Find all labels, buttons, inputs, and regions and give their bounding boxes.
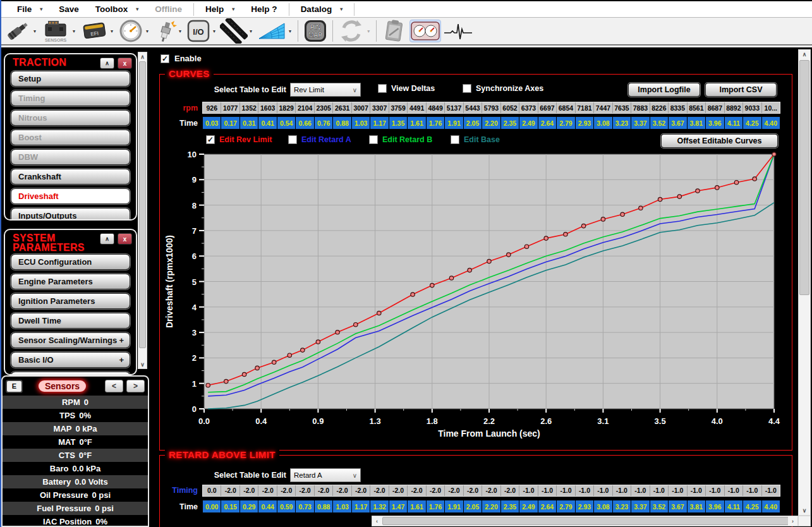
scroll-up-icon[interactable]: ∧	[799, 50, 810, 59]
time-cell[interactable]: 1.03	[352, 117, 370, 129]
rpm-cell[interactable]: -2.0	[464, 485, 482, 496]
time-cell[interactable]: 2.05	[464, 500, 482, 512]
sidebar-item-engine-parameters[interactable]: Engine Parameters	[11, 274, 130, 289]
rpm-cell[interactable]: -2.0	[277, 485, 296, 496]
rpm-cell[interactable]: -2.0	[221, 485, 239, 496]
time-cell[interactable]: 2.64	[538, 117, 557, 129]
time-cell[interactable]: 3.67	[669, 117, 687, 129]
collapse-icon[interactable]: ∧	[100, 233, 114, 245]
time-cell[interactable]: 1.17	[370, 117, 389, 129]
time-cell[interactable]: 1.32	[370, 500, 389, 512]
sensors-icon[interactable]: SENSORS	[40, 18, 71, 44]
rpm-cell[interactable]: -2.0	[501, 485, 519, 496]
rpm-cell[interactable]: 9033	[743, 102, 761, 113]
sidebar-item-crankshaft[interactable]: Crankshaft	[11, 169, 130, 185]
time-cell[interactable]: 3.37	[631, 117, 650, 129]
rpm-cell[interactable]: 7447	[594, 102, 612, 113]
menu-item-help[interactable]: Help ?	[243, 1, 285, 17]
rpm-cell[interactable]: -2.0	[389, 485, 408, 496]
sidebar-item-inputs-outputs[interactable]: Inputs/Outputs	[11, 208, 130, 221]
sidebar-item-setup[interactable]: Setup	[11, 71, 130, 87]
time-cell[interactable]: 0.17	[221, 117, 239, 129]
prev-page-icon[interactable]: <	[105, 380, 123, 392]
time-cell[interactable]: 2.05	[464, 117, 482, 129]
time-cell[interactable]: 4.40	[762, 117, 780, 129]
time-cell[interactable]: 0.73	[296, 500, 314, 512]
time-cell[interactable]: 2.49	[519, 500, 538, 512]
rpm-cell[interactable]: 7883	[631, 102, 650, 113]
rpm-cell[interactable]: 926	[203, 102, 221, 113]
chevron-down-icon[interactable]: ▾	[250, 28, 252, 34]
rpm-cell[interactable]: 5793	[482, 102, 500, 113]
scrollbar-thumb[interactable]	[382, 517, 789, 525]
time-cell[interactable]: 1.91	[445, 500, 463, 512]
toggle-edit-retard-b[interactable]: Edit Retard B	[369, 135, 432, 144]
time-cell[interactable]: 4.11	[725, 500, 743, 512]
chevron-down-icon[interactable]: ▾	[289, 28, 291, 34]
time-cell[interactable]: 1.17	[352, 500, 370, 512]
time-cell[interactable]: 2.35	[501, 117, 519, 129]
time-cell[interactable]: 1.91	[445, 117, 463, 129]
rpm-cell[interactable]: -1.0	[538, 485, 557, 496]
view-deltas-toggle[interactable]: View Deltas	[378, 84, 435, 93]
time-cell[interactable]: 0.29	[240, 500, 258, 512]
synchronize-axes-checkbox[interactable]	[463, 84, 471, 93]
chevron-down-icon[interactable]: ▾	[111, 28, 113, 34]
time-cell[interactable]: 0.59	[277, 500, 296, 512]
time-cell[interactable]: 3.81	[688, 117, 706, 129]
rpm-cell[interactable]: -1.0	[762, 485, 780, 496]
sidebar-item-sensor-scaling-warnings[interactable]: Sensor Scaling/Warnings+	[11, 332, 130, 348]
gauge-icon[interactable]	[117, 18, 145, 44]
rpm-cell[interactable]: 5443	[464, 102, 482, 113]
rpm-cell[interactable]: -2.0	[315, 485, 333, 496]
rpm-cell[interactable]: -1.0	[743, 485, 761, 496]
main-horizontal-scrollbar[interactable]: ‹ ›	[372, 516, 798, 526]
import-csv-button[interactable]: Import CSV	[705, 83, 777, 97]
time-cell[interactable]: 4.11	[725, 117, 743, 129]
close-icon[interactable]: x	[118, 233, 132, 245]
rpm-cell[interactable]: -1.0	[669, 485, 687, 496]
time-cell[interactable]: 2.93	[576, 117, 594, 129]
time-cell[interactable]: 3.23	[613, 117, 631, 129]
checkbox[interactable]	[369, 135, 378, 144]
time-cell[interactable]: 3.08	[594, 117, 612, 129]
rpm-cell[interactable]: -1.0	[594, 485, 612, 496]
time-cell[interactable]: 0.03	[203, 117, 221, 129]
curves-chart[interactable]: 0.00.40.91.31.82.22.63.13.54.04.40123456…	[160, 149, 792, 450]
time-cell[interactable]: 2.49	[519, 117, 538, 129]
time-cell[interactable]: 3.96	[706, 500, 724, 512]
scroll-left-icon[interactable]: ‹	[372, 516, 382, 526]
sidebar-scrollbar[interactable]: ∧ ∨	[138, 52, 147, 369]
rpm-cell[interactable]: 4849	[427, 102, 445, 113]
time-cell[interactable]: 1.76	[427, 500, 445, 512]
rpm-cell[interactable]: 8687	[706, 102, 724, 113]
toggle-edit-retard-a[interactable]: Edit Retard A	[288, 135, 351, 144]
gauges-icon[interactable]	[409, 20, 441, 42]
time-cell[interactable]: 0.00	[203, 500, 221, 512]
rpm-cell[interactable]: 3007	[352, 102, 370, 113]
rpm-cell[interactable]: 10...	[762, 102, 780, 113]
close-icon[interactable]: x	[118, 58, 132, 69]
rpm-cell[interactable]: 7635	[613, 102, 631, 113]
time-cell[interactable]: 2.79	[557, 500, 575, 512]
rpm-cell[interactable]: 2104	[296, 102, 314, 113]
chevron-down-icon[interactable]: ▾	[213, 28, 215, 34]
time-cell[interactable]: 0.54	[277, 117, 296, 129]
rpm-cell[interactable]: -2.0	[258, 485, 277, 496]
sidebar-item-driveshaft[interactable]: Driveshaft	[11, 188, 130, 204]
rpm-cell[interactable]: 8892	[725, 102, 743, 113]
rpm-cell[interactable]: 8335	[669, 102, 687, 113]
rpm-cell[interactable]: 4491	[408, 102, 426, 113]
scroll-right-icon[interactable]: ›	[788, 516, 797, 526]
time-cell[interactable]: 1.03	[333, 500, 351, 512]
enable-checkbox[interactable]: ✓	[161, 54, 169, 63]
time-cell[interactable]: 0.66	[296, 117, 314, 129]
time-cell[interactable]: 3.23	[613, 500, 631, 512]
rpm-cell[interactable]: -2.0	[333, 485, 351, 496]
time-cell[interactable]: 3.52	[650, 117, 669, 129]
time-cell[interactable]: 2.79	[557, 117, 575, 129]
time-cell[interactable]: 3.08	[594, 500, 612, 512]
toggle-edit-base[interactable]: Edit Base	[451, 135, 500, 144]
scroll-down-icon[interactable]: ∨	[799, 506, 810, 515]
scroll-up-icon[interactable]: ∧	[138, 52, 147, 61]
